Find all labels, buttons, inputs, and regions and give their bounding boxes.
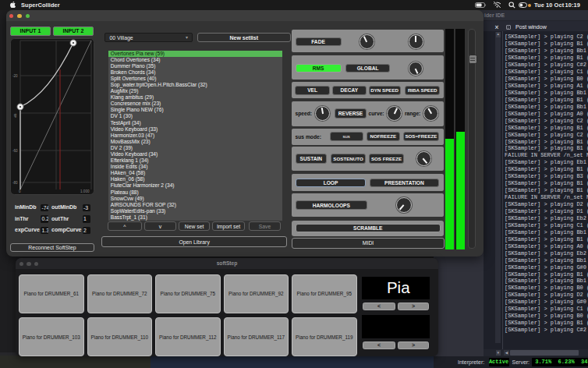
svg-text:1.000: 1.000 [80, 189, 90, 193]
svg-text:-60: -60 [12, 149, 18, 153]
svg-text:dB: dB [13, 114, 17, 118]
svg-text:-80: -80 [12, 181, 18, 185]
svg-text:0: 0 [19, 189, 21, 193]
svg-text:-20: -20 [12, 74, 18, 78]
